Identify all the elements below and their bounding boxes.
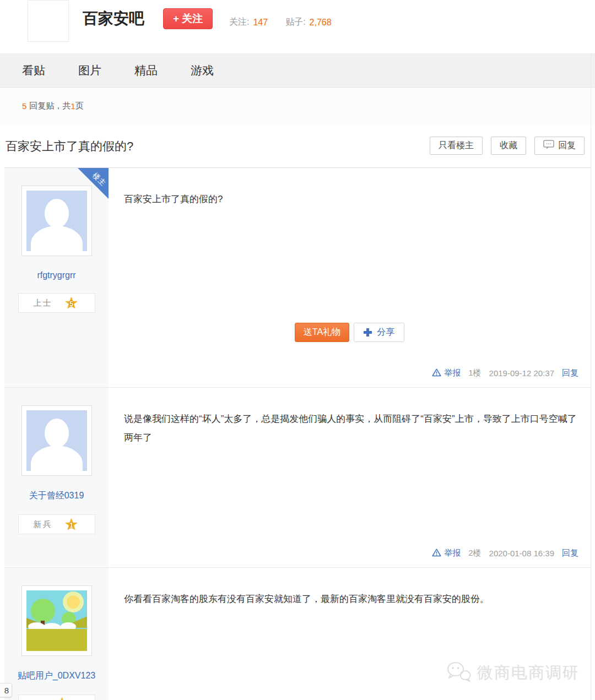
forum-title: 百家安吧 (83, 8, 144, 29)
post-2: 关于曾经0319 新兵 ★ 1 说是像我们这样的“坏人”太多了，总是揭发他们骗人… (4, 387, 591, 567)
rank-star-icon: ★ 1 (63, 516, 80, 533)
nav-tabs-bar: 看贴 图片 精品 游戏 (0, 53, 595, 88)
floor-label: 1楼 (468, 368, 481, 378)
share-label: 分享 (377, 327, 394, 338)
post-1-footer: 举报 1楼 2019-09-12 20:37 回复 (432, 368, 578, 378)
post-1: 楼主 rfgtrygrgrr 上士 ★ 5 百家安上市了真的假的? 送TA礼物 … (4, 168, 591, 387)
followers-label: 关注: (229, 17, 249, 28)
post-2-footer: 举报 2楼 2020-01-08 16:39 回复 (432, 548, 578, 558)
followers-count: 147 (253, 18, 268, 28)
threads-count: 2,768 (310, 18, 332, 28)
rank-level: 1 (69, 522, 73, 529)
post-list: 楼主 rfgtrygrgrr 上士 ★ 5 百家安上市了真的假的? 送TA礼物 … (4, 167, 591, 700)
corner-overlay-text: 8 (4, 686, 9, 695)
post-3-rank-badge[interactable]: ★ (18, 694, 95, 700)
reply-pager-info: 5 回复贴，共 1 页 (0, 88, 595, 124)
default-avatar-icon (26, 191, 87, 251)
corner-overlay: 8 (0, 683, 12, 697)
speech-bubble-icon (543, 140, 554, 151)
only-op-button[interactable]: 只看楼主 (430, 137, 483, 155)
floor-label: 2楼 (468, 548, 481, 558)
default-avatar-icon (26, 410, 87, 471)
watermark: 微商电商调研 (445, 661, 580, 685)
reply-text: 回复贴，共 (29, 101, 71, 111)
post-2-body: 说是像我们这样的“坏人”太多了，总是揭发他们骗人的事实，从而阻碍了“百家安”上市… (109, 388, 591, 567)
avatar[interactable] (21, 585, 92, 656)
page-suffix: 页 (75, 101, 84, 111)
post-2-username[interactable]: 关于曾经0319 (29, 490, 84, 502)
thread-reply-button[interactable]: 回复 (534, 137, 585, 155)
forum-stats: 关注: 147 贴子: 2,768 (229, 17, 332, 28)
post-time: 2020-01-08 16:39 (489, 549, 554, 558)
post-2-author-panel: 关于曾经0319 新兵 ★ 1 (4, 388, 109, 567)
rank-star-icon: ★ (54, 695, 71, 700)
thread-head: 百家安上市了真的假的? 只看楼主 收藏 回复 (0, 124, 595, 167)
thread-title: 百家安上市了真的假的? (6, 138, 133, 155)
post-time: 2019-09-12 20:37 (489, 368, 554, 378)
reply-count: 5 (22, 101, 26, 111)
gift-button[interactable]: 送TA礼物 (295, 323, 349, 342)
share-button[interactable]: 分享 (354, 323, 404, 342)
thread-reply-label: 回复 (558, 140, 576, 151)
wechat-logo-icon (445, 661, 472, 685)
thread-actions: 只看楼主 收藏 回复 (430, 137, 585, 155)
threads-label: 贴子: (285, 17, 305, 28)
rank-star-icon: ★ 5 (63, 295, 80, 311)
favorite-button[interactable]: 收藏 (491, 137, 526, 155)
reply-link[interactable]: 回复 (562, 368, 578, 378)
tab-featured[interactable]: 精品 (134, 63, 158, 78)
report-label: 举报 (444, 368, 461, 378)
post-1-username[interactable]: rfgtrygrgrr (37, 270, 75, 280)
post-3-username[interactable]: 贴吧用户_0DXV123 (18, 670, 95, 682)
tab-posts[interactable]: 看贴 (22, 63, 45, 78)
post-1-content: 百家安上市了真的假的? (124, 190, 578, 209)
warning-icon (432, 549, 441, 558)
landscape-avatar-image (26, 590, 87, 651)
report-label: 举报 (444, 548, 461, 558)
gift-share-row: 送TA礼物 分享 (109, 323, 591, 342)
post-3-author-panel: 贴吧用户_0DXV123 ★ (4, 568, 109, 700)
post-3-content: 你看看百家淘客的股东有没有百家安就知道了，最新的百家淘客里就没有百家安的股份。 (124, 590, 578, 609)
forum-header: 百家安吧 + 关注 关注: 147 贴子: 2,768 (0, 0, 595, 53)
post-1-body: 百家安上市了真的假的? 送TA礼物 分享 举报 1楼 2019-09-12 20… (109, 168, 591, 387)
reply-link[interactable]: 回复 (562, 548, 578, 558)
report-link[interactable]: 举报 (432, 368, 461, 378)
followers-stat: 关注: 147 (229, 17, 268, 28)
avatar[interactable] (21, 405, 92, 476)
page-count[interactable]: 1 (71, 101, 75, 111)
rank-name: 上士 (34, 298, 52, 308)
tab-images[interactable]: 图片 (78, 63, 101, 78)
post-2-content: 说是像我们这样的“坏人”太多了，总是揭发他们骗人的事实，从而阻碍了“百家安”上市… (124, 410, 578, 447)
forum-avatar[interactable] (28, 0, 69, 42)
plus-icon (364, 328, 372, 337)
post-2-rank-badge[interactable]: 新兵 ★ 1 (18, 514, 95, 534)
post-1-author-panel: 楼主 rfgtrygrgrr 上士 ★ 5 (4, 168, 109, 387)
tab-games[interactable]: 游戏 (191, 63, 214, 78)
right-divider (591, 53, 591, 700)
warning-icon (432, 368, 441, 378)
rank-name: 新兵 (34, 519, 52, 530)
threads-stat: 贴子: 2,768 (285, 17, 332, 28)
post-1-rank-badge[interactable]: 上士 ★ 5 (18, 293, 95, 313)
report-link[interactable]: 举报 (432, 548, 461, 558)
follow-button[interactable]: + 关注 (163, 8, 213, 29)
rank-level: 5 (69, 300, 73, 308)
watermark-text: 微商电商调研 (477, 662, 580, 684)
